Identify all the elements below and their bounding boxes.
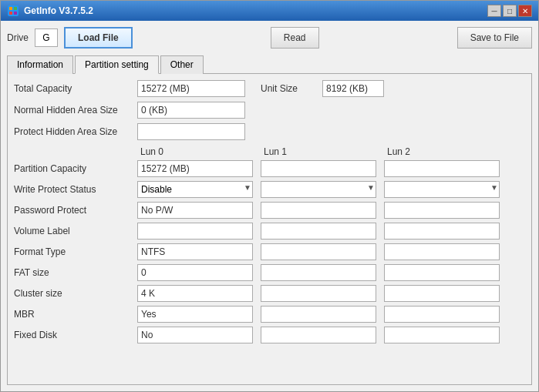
tab-other[interactable]: Other	[160, 55, 204, 74]
write-protect-lun2-select[interactable]: Disable Enable	[384, 181, 500, 198]
cluster-size-row: Cluster size	[14, 285, 525, 302]
password-protect-lun2[interactable]	[384, 202, 500, 219]
mbr-row: MBR	[14, 306, 525, 323]
svg-rect-2	[14, 7, 17, 10]
volume-label-row: Volume Label	[14, 223, 525, 240]
total-capacity-field[interactable]	[137, 80, 245, 97]
write-protect-row: Write Protect Status Disable Enable ▼	[14, 181, 525, 198]
fixed-disk-lun1[interactable]	[261, 327, 376, 343]
drive-label: Drive	[7, 32, 29, 43]
fat-size-lun0[interactable]	[137, 264, 253, 281]
cluster-size-lun1[interactable]	[261, 285, 376, 302]
password-protect-fields	[137, 202, 507, 219]
lun-section: Lun 0 Lun 1 Lun 2 Partition Capacity Wri…	[14, 146, 525, 343]
format-type-lun1[interactable]	[261, 243, 376, 260]
partition-capacity-fields	[137, 160, 507, 177]
write-protect-lun0-select[interactable]: Disable Enable	[137, 181, 253, 198]
normal-hidden-label: Normal Hidden Area Size	[14, 105, 137, 116]
fat-size-row: FAT size	[14, 264, 525, 281]
lun2-header: Lun 2	[384, 146, 507, 157]
mbr-lun2[interactable]	[384, 306, 500, 323]
fixed-disk-lun2[interactable]	[384, 327, 500, 343]
svg-rect-3	[9, 12, 12, 15]
volume-label-lun2[interactable]	[384, 223, 500, 240]
read-button[interactable]: Read	[271, 27, 319, 49]
format-type-label: Format Type	[14, 246, 137, 257]
write-protect-lun2-wrapper: Disable Enable ▼	[384, 181, 500, 198]
write-protect-lun0-wrapper: Disable Enable ▼	[137, 181, 253, 198]
partition-capacity-lun2[interactable]	[384, 160, 500, 177]
title-bar: GetInfo V3.7.5.2 ─ □ ✕	[1, 1, 538, 21]
mbr-lun1[interactable]	[261, 306, 376, 323]
password-protect-lun1[interactable]	[261, 202, 376, 219]
normal-hidden-row: Normal Hidden Area Size	[14, 102, 525, 119]
fat-size-label: FAT size	[14, 267, 137, 278]
format-type-lun0[interactable]	[137, 243, 253, 260]
drive-value: G	[35, 28, 58, 47]
close-button[interactable]: ✕	[518, 5, 532, 17]
partition-capacity-label: Partition Capacity	[14, 163, 137, 174]
cluster-size-label: Cluster size	[14, 288, 137, 299]
toolbar: Drive G Load File Read Save to File	[7, 27, 532, 49]
normal-hidden-field[interactable]	[137, 102, 245, 119]
tab-content: Total Capacity Unit Size Normal Hidden A…	[7, 74, 532, 385]
mbr-fields	[137, 306, 507, 323]
app-icon	[7, 5, 19, 17]
volume-label-lun1[interactable]	[261, 223, 376, 240]
cluster-size-lun0[interactable]	[137, 285, 253, 302]
unit-size-group: Unit Size	[261, 80, 384, 97]
tab-information[interactable]: Information	[7, 55, 73, 74]
format-type-fields	[137, 243, 507, 260]
write-protect-label: Write Protect Status	[14, 184, 137, 195]
fixed-disk-label: Fixed Disk	[14, 330, 137, 340]
write-protect-fields: Disable Enable ▼ Disable Enable ▼	[137, 181, 507, 198]
format-type-lun2[interactable]	[384, 243, 500, 260]
write-protect-lun1-select[interactable]: Disable Enable	[261, 181, 376, 198]
fixed-disk-row: Fixed Disk	[14, 327, 525, 343]
minimize-button[interactable]: ─	[487, 5, 501, 17]
content-area: Drive G Load File Read Save to File Info…	[1, 21, 538, 391]
svg-rect-1	[9, 7, 12, 10]
lun0-header: Lun 0	[137, 146, 261, 157]
partition-capacity-lun0[interactable]	[137, 160, 253, 177]
volume-label-lun0[interactable]	[137, 223, 253, 240]
fixed-disk-fields	[137, 327, 507, 343]
unit-size-label: Unit Size	[261, 83, 322, 94]
tab-partition-setting[interactable]: Partition setting	[75, 55, 159, 74]
fat-size-lun1[interactable]	[261, 264, 376, 281]
format-type-row: Format Type	[14, 243, 525, 260]
unit-size-field[interactable]	[322, 80, 384, 97]
fat-size-lun2[interactable]	[384, 264, 500, 281]
partition-capacity-row: Partition Capacity	[14, 160, 525, 177]
main-window: GetInfo V3.7.5.2 ─ □ ✕ Drive G Load File…	[0, 0, 539, 392]
svg-rect-4	[14, 12, 17, 15]
total-capacity-label: Total Capacity	[14, 83, 137, 94]
mbr-lun0[interactable]	[137, 306, 253, 323]
mbr-label: MBR	[14, 309, 137, 320]
lun-headers: Lun 0 Lun 1 Lun 2	[137, 146, 525, 157]
password-protect-lun0[interactable]	[137, 202, 253, 219]
fat-size-fields	[137, 264, 507, 281]
tabs: Information Partition setting Other	[7, 55, 532, 74]
volume-label-fields	[137, 223, 507, 240]
protect-hidden-field[interactable]	[137, 123, 245, 140]
volume-label-label: Volume Label	[14, 226, 137, 236]
maximize-button[interactable]: □	[503, 5, 517, 17]
partition-capacity-lun1[interactable]	[261, 160, 376, 177]
lun1-header: Lun 1	[261, 146, 384, 157]
password-protect-row: Password Protect	[14, 202, 525, 219]
window-title: GetInfo V3.7.5.2	[24, 5, 93, 16]
protect-hidden-label: Protect Hidden Area Size	[14, 126, 137, 137]
total-capacity-row: Total Capacity Unit Size	[14, 80, 525, 97]
protect-hidden-row: Protect Hidden Area Size	[14, 123, 525, 140]
window-controls: ─ □ ✕	[487, 5, 532, 17]
load-file-button[interactable]: Load File	[64, 27, 133, 49]
password-protect-label: Password Protect	[14, 205, 137, 216]
save-to-file-button[interactable]: Save to File	[457, 27, 532, 49]
fixed-disk-lun0[interactable]	[137, 327, 253, 343]
write-protect-lun1-wrapper: Disable Enable ▼	[261, 181, 376, 198]
cluster-size-fields	[137, 285, 507, 302]
cluster-size-lun2[interactable]	[384, 285, 500, 302]
